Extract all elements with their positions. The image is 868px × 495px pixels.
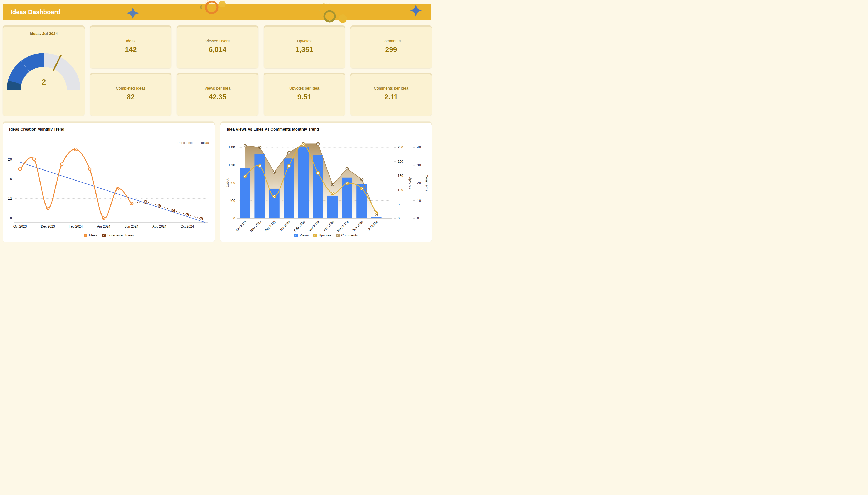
svg-text:Feb 2024: Feb 2024 [69,225,83,228]
kpi-value: 82 [127,93,135,101]
checkbox-checked-icon[interactable]: ✓ [102,234,106,237]
checkbox-checked-icon[interactable]: ✓ [294,234,298,237]
svg-text:30: 30 [417,164,421,167]
svg-text:0: 0 [398,217,399,220]
chart-legend: ✓ Views ✓ Upvotes ✓ Comments [220,233,432,237]
trend-legend-label: Ideas [201,141,209,145]
gauge-value: 2 [3,78,85,86]
legend-item-comments[interactable]: ✓ Comments [336,233,358,237]
dashboard-header: Ideas Dashboard [3,4,431,20]
kpi-value: 142 [125,46,136,54]
kpi-card-completed-ideas: Completed Ideas 82 [90,73,171,116]
svg-text:200: 200 [398,160,403,164]
kpi-card-ideas: Ideas 142 [90,25,171,68]
svg-text:Dec 2023: Dec 2023 [41,225,55,228]
kpi-value: 1,351 [295,46,313,54]
svg-text:Oct 2023: Oct 2023 [13,225,27,228]
svg-text:800: 800 [230,181,235,185]
kpi-label: Ideas [126,39,136,43]
svg-text:150: 150 [398,174,403,177]
svg-text:Jul 2024: Jul 2024 [367,220,378,231]
svg-text:250: 250 [398,146,403,149]
views-upvotes-comments-chart[interactable]: 04008001.2K1.6KViews050100150200250Upvot… [223,134,428,234]
svg-text:Jan 2024: Jan 2024 [279,220,291,232]
kpi-label: Viewed Users [206,39,230,43]
svg-text:12: 12 [8,197,12,201]
svg-text:40: 40 [417,146,421,149]
gauge-card-ideas-jul-2024: Ideas: Jul 2024 2 [3,25,85,116]
svg-text:Aug 2024: Aug 2024 [152,225,166,228]
legend-item-views[interactable]: ✓ Views [294,233,309,237]
svg-text:50: 50 [398,202,402,206]
legend-label: Forecasted Ideas [107,233,134,237]
svg-text:Upvotes: Upvotes [409,176,412,189]
kpi-label: Comments per Idea [374,86,409,90]
ideas-trend-chart-card: Ideas Creation Monthly Trend Trend Line:… [3,121,215,242]
kpi-label: Upvotes per Idea [289,86,319,90]
legend-item-ideas[interactable]: ✓ Ideas [84,233,97,237]
kpi-card-views-per-idea: Views per Idea 42.35 [177,73,258,116]
legend-label: Views [299,233,309,237]
svg-text:20: 20 [8,157,12,161]
kpi-card-comments-per-idea: Comments per Idea 2.11 [350,73,432,116]
svg-text:Views: Views [226,178,230,188]
legend-label: Upvotes [318,233,331,237]
svg-text:8: 8 [10,216,12,220]
kpi-value: 6,014 [209,46,227,54]
svg-text:1.6K: 1.6K [228,146,235,149]
svg-text:May 2024: May 2024 [337,220,349,233]
svg-text:Apr 2024: Apr 2024 [323,220,335,232]
svg-text:1.2K: 1.2K [228,164,235,167]
kpi-card-viewed-users: Viewed Users 6,014 [177,25,258,68]
legend-label: Comments [341,233,358,237]
svg-text:Apr 2024: Apr 2024 [97,225,111,228]
svg-text:100: 100 [398,188,403,192]
legend-item-forecasted-ideas[interactable]: ✓ Forecasted Ideas [102,233,134,237]
views-upvotes-comments-chart-card: Idea Views vs Likes Vs Comments Monthly … [220,121,432,242]
kpi-value: 42.35 [209,93,227,101]
svg-text:16: 16 [8,177,12,181]
chart-legend: ✓ Ideas ✓ Forecasted Ideas [3,233,215,237]
kpi-value: 2.11 [384,93,398,101]
kpi-value: 9.51 [297,93,311,101]
checkbox-checked-icon[interactable]: ✓ [336,234,340,237]
checkbox-checked-icon[interactable]: ✓ [84,234,87,237]
svg-text:20: 20 [417,181,421,185]
legend-item-upvotes[interactable]: ✓ Upvotes [313,233,331,237]
svg-text:Feb 2024: Feb 2024 [293,220,305,232]
svg-text:Comments: Comments [425,175,428,191]
svg-text:0: 0 [417,217,419,220]
svg-text:Nov 2023: Nov 2023 [249,220,262,233]
trend-line-swatch-icon [195,143,199,143]
trend-line-legend: Trend Line: Ideas [177,141,209,145]
page-title: Ideas Dashboard [3,4,431,20]
kpi-label: Views per Idea [204,86,231,90]
chart-title: Ideas Creation Monthly Trend [9,127,64,131]
kpi-card-comments: Comments 299 [350,25,432,68]
chart-title: Idea Views vs Likes Vs Comments Monthly … [227,127,319,131]
svg-text:Jun 2024: Jun 2024 [125,225,138,228]
svg-text:400: 400 [230,199,235,203]
svg-text:Oct 2024: Oct 2024 [181,225,194,228]
kpi-grid: Ideas 142 Viewed Users 6,014 Upvotes 1,3… [90,25,432,116]
legend-label: Ideas [89,233,97,237]
ideas-trend-chart[interactable]: 8121620Oct 2023Dec 2023Feb 2024Apr 2024J… [5,147,210,231]
ideas-dashboard: Ideas Dashboard Ideas: Jul 2024 2 Ideas … [0,0,434,248]
kpi-value: 299 [385,46,397,54]
svg-text:Oct 2023: Oct 2023 [235,220,247,232]
kpi-card-upvotes: Upvotes 1,351 [264,25,345,68]
kpi-label: Upvotes [297,39,311,43]
kpi-card-upvotes-per-idea: Upvotes per Idea 9.51 [264,73,345,116]
gauge-title: Ideas: Jul 2024 [3,31,85,36]
svg-text:Jun 2024: Jun 2024 [352,220,364,232]
kpi-label: Comments [382,39,401,43]
checkbox-checked-icon[interactable]: ✓ [313,234,317,237]
svg-text:Mar 2024: Mar 2024 [308,220,320,232]
kpi-label: Completed Ideas [116,86,145,90]
gauge-chart[interactable] [5,48,82,94]
svg-text:Dec 2023: Dec 2023 [264,220,276,233]
trend-legend-prefix: Trend Line: [177,141,193,145]
svg-text:0: 0 [233,217,235,220]
svg-text:10: 10 [417,199,421,203]
